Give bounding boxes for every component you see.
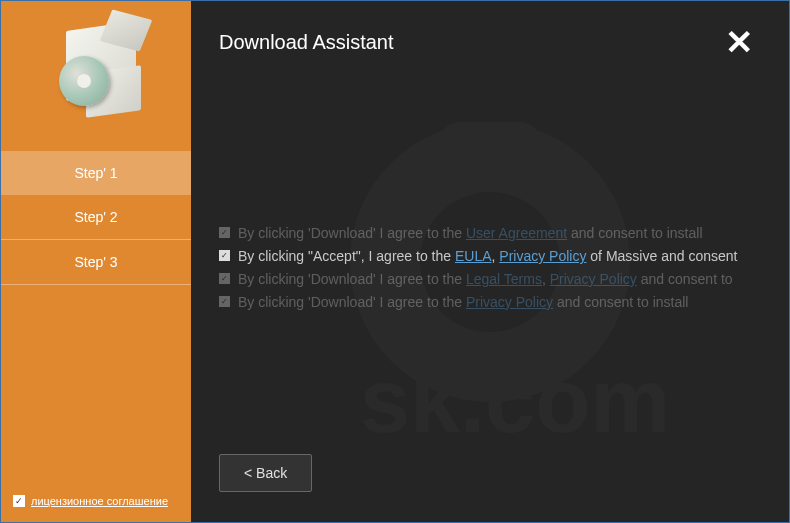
consent-joiner: , xyxy=(542,271,550,287)
consent-item-3: ✓ By clicking 'Download' I agree to the … xyxy=(219,269,761,290)
consent-checkbox-2[interactable]: ✓ xyxy=(219,250,230,261)
consent-suffix: and consent to install xyxy=(553,294,688,310)
back-button[interactable]: < Back xyxy=(219,454,312,492)
license-agreement-link[interactable]: лицензионное соглашение xyxy=(31,495,168,507)
step-item-2[interactable]: Step' 2 xyxy=(1,195,191,240)
consent-text-1: By clicking 'Download' I agree to the Us… xyxy=(238,223,703,244)
consent-prefix: By clicking 'Download' I agree to the xyxy=(238,225,466,241)
consent-list: ✓ By clicking 'Download' I agree to the … xyxy=(219,223,761,313)
close-icon[interactable]: ✕ xyxy=(717,21,761,63)
content-area: ✓ By clicking 'Download' I agree to the … xyxy=(191,73,789,434)
installer-box-icon xyxy=(51,21,141,111)
window: Step' 1 Step' 2 Step' 3 ✓ лицензионное с… xyxy=(0,0,790,523)
consent-prefix: By clicking 'Download' I agree to the xyxy=(238,294,466,310)
consent-prefix: By clicking 'Download' I agree to the xyxy=(238,271,466,287)
step-item-3[interactable]: Step' 3 xyxy=(1,240,191,285)
consent-item-1: ✓ By clicking 'Download' I agree to the … xyxy=(219,223,761,244)
consent-item-4: ✓ By clicking 'Download' I agree to the … xyxy=(219,292,761,313)
main-panel: sk.com Download Assistant ✕ ✓ By clickin… xyxy=(191,1,789,522)
user-agreement-link[interactable]: User Agreement xyxy=(466,225,567,241)
consent-checkbox-4[interactable]: ✓ xyxy=(219,296,230,307)
page-title: Download Assistant xyxy=(219,31,394,54)
legal-terms-link[interactable]: Legal Terms xyxy=(466,271,542,287)
consent-text-3: By clicking 'Download' I agree to the Le… xyxy=(238,269,733,290)
consent-suffix: and consent to install xyxy=(567,225,702,241)
consent-suffix: and consent to xyxy=(637,271,733,287)
footer: < Back xyxy=(191,434,789,522)
sidebar: Step' 1 Step' 2 Step' 3 ✓ лицензионное с… xyxy=(1,1,191,522)
eula-link[interactable]: EULA xyxy=(455,248,492,264)
consent-suffix: of Massive and consent xyxy=(586,248,737,264)
step-list: Step' 1 Step' 2 Step' 3 xyxy=(1,151,191,285)
step-item-1[interactable]: Step' 1 xyxy=(1,151,191,195)
consent-checkbox-3[interactable]: ✓ xyxy=(219,273,230,284)
consent-item-2: ✓ By clicking "Accept", I agree to the E… xyxy=(219,246,761,267)
consent-checkbox-1[interactable]: ✓ xyxy=(219,227,230,238)
license-checkbox[interactable]: ✓ xyxy=(13,495,25,507)
privacy-policy-link-3[interactable]: Privacy Policy xyxy=(466,294,553,310)
consent-text-2: By clicking "Accept", I agree to the EUL… xyxy=(238,246,737,267)
consent-prefix: By clicking "Accept", I agree to the xyxy=(238,248,455,264)
header: Download Assistant ✕ xyxy=(191,1,789,73)
license-agreement-footer: ✓ лицензионное соглашение xyxy=(13,495,168,507)
privacy-policy-link[interactable]: Privacy Policy xyxy=(499,248,586,264)
consent-text-4: By clicking 'Download' I agree to the Pr… xyxy=(238,292,688,313)
privacy-policy-link-2[interactable]: Privacy Policy xyxy=(550,271,637,287)
